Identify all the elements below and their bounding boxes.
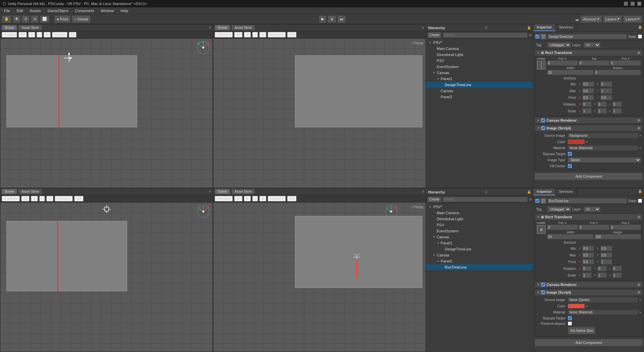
panel-close-bl[interactable]: ✕ — [209, 190, 211, 193]
menu-assets[interactable]: Assets — [27, 8, 44, 13]
top-image-header[interactable]: Image (Script) ⚙ — [535, 125, 642, 131]
bottom-rt-rot-z-input[interactable] — [612, 266, 622, 271]
lighting-toggle-bl[interactable]: ☀ — [31, 196, 38, 201]
top-img-color-dot[interactable]: ● — [586, 140, 588, 143]
bottom-img-checkbox[interactable] — [541, 290, 545, 294]
bottom-img-material-value[interactable]: None (Material) — [568, 310, 638, 315]
bh-item-psv-root[interactable]: PSV* — [426, 204, 533, 210]
effects-toggle-tl[interactable]: ⚙ — [44, 32, 51, 38]
h-item-panel1[interactable]: Panel1 — [426, 76, 533, 82]
top-services-tab[interactable]: Services — [555, 24, 577, 31]
h-item-canvas[interactable]: Canvas — [426, 70, 533, 76]
close-button[interactable]: ✕ — [637, 2, 641, 6]
bottom-rt-height-input[interactable] — [594, 234, 641, 239]
2d-toggle-tr[interactable]: 2D — [234, 32, 243, 38]
audio-toggle-tr[interactable]: ♪ — [252, 32, 258, 38]
top-rt-min-x-input[interactable] — [582, 81, 594, 87]
maximize-button[interactable]: □ — [631, 2, 635, 6]
all-btn-bl[interactable]: ▾All — [74, 196, 84, 201]
top-img-material-value[interactable]: None (Material) — [568, 145, 638, 151]
effects-toggle-tr[interactable]: ⚙ — [259, 32, 266, 38]
top-img-settings-icon[interactable]: ⚙ — [637, 126, 640, 130]
h-item-canvas2[interactable]: Canvas — [426, 88, 533, 94]
scene-tab-tr[interactable]: Scene — [215, 25, 230, 31]
bottom-rt-scale-z-input[interactable] — [612, 273, 622, 278]
asset-store-tab-br[interactable]: Asset Store — [231, 189, 255, 194]
menu-edit[interactable]: Edit — [14, 8, 26, 13]
account-button[interactable]: Account ▾ — [581, 15, 602, 23]
h-item-eventsystem[interactable]: EventSystem — [426, 64, 533, 70]
bottom-hierarchy-lock[interactable]: 🔒 — [527, 190, 531, 194]
shading-dropdown-bl[interactable]: Shaded ▾ — [2, 196, 20, 201]
top-go-checkbox[interactable] — [535, 35, 539, 39]
top-rt-scale-x-input[interactable] — [582, 108, 592, 114]
panel-close-tl[interactable]: ✕ — [209, 26, 211, 30]
bottom-hierarchy-maximize[interactable]: ⊡ — [485, 190, 487, 194]
bottom-rt-pivot-x-input[interactable] — [582, 259, 594, 265]
2d-toggle-tl[interactable]: 2D — [18, 32, 27, 38]
top-static-checkbox[interactable] — [638, 35, 642, 39]
bottom-img-raycast-checkbox[interactable] — [568, 316, 572, 320]
bottom-anchor-visual[interactable] — [536, 225, 546, 234]
top-inspector-tab[interactable]: Inspector — [533, 24, 555, 31]
shading-dropdown-br[interactable]: Shaded ▾ — [215, 196, 233, 201]
bh-item-canvas2[interactable]: Canvas — [426, 252, 533, 258]
h-item-dir-light[interactable]: Directional Light — [426, 52, 533, 58]
bottom-static-checkbox[interactable] — [638, 199, 642, 203]
bh-item-eventsystem[interactable]: EventSystem — [426, 228, 533, 234]
global-button[interactable]: ○ Global — [72, 15, 90, 23]
bottom-img-color-swatch[interactable] — [568, 304, 585, 308]
bottom-image-header[interactable]: Image (Script) ⚙ — [535, 289, 642, 295]
top-tag-select[interactable]: Untagged — [547, 42, 571, 48]
top-img-color-swatch[interactable] — [568, 139, 585, 144]
bottom-img-color-dot[interactable]: ● — [586, 305, 588, 308]
bottom-rt-rot-y-input[interactable] — [597, 266, 607, 271]
2d-toggle-br[interactable]: 2D — [234, 196, 243, 201]
panel-close-tr[interactable]: ✕ — [422, 26, 424, 30]
top-rt-height-input[interactable] — [594, 70, 641, 75]
top-hierarchy-maximize[interactable]: ⊡ — [485, 26, 487, 30]
bottom-add-component-button[interactable]: Add Component — [535, 339, 643, 346]
all-btn-tl[interactable]: All — [69, 32, 76, 38]
bh-item-runtimeline[interactable]: RunTimeLine — [426, 264, 533, 270]
bh-item-dir-light[interactable]: Directional Light — [426, 216, 533, 222]
bottom-inspector-tab[interactable]: Inspector — [533, 188, 555, 195]
bottom-hierarchy-create-btn[interactable]: Create — [427, 196, 441, 202]
h-item-main-camera[interactable]: Main Camera — [426, 46, 533, 52]
top-rt-rot-z-input[interactable] — [612, 102, 622, 107]
lighting-toggle-tl[interactable]: ☀ — [28, 32, 35, 38]
top-rt-posy-input[interactable] — [579, 60, 609, 66]
top-hierarchy-lock[interactable]: 🔒 — [527, 26, 531, 30]
top-img-type-select[interactable]: Sliced — [568, 157, 641, 163]
bottom-rt-rot-x-input[interactable] — [582, 266, 592, 271]
scene-content-br[interactable]: < Persp — [213, 202, 426, 352]
panel-close-br[interactable]: ✕ — [422, 190, 424, 193]
bottom-go-name-input[interactable] — [547, 198, 627, 203]
layout-button[interactable]: Layout ▾ — [623, 15, 642, 23]
audio-toggle-bl[interactable]: ♪ — [39, 196, 45, 201]
top-add-component-button[interactable]: Add Component — [535, 173, 643, 180]
h-item-psv[interactable]: PSV — [426, 58, 533, 64]
bottom-rt-posy-input[interactable] — [579, 225, 609, 230]
top-rt-max-x-input[interactable] — [582, 88, 594, 94]
bottom-rt-posz-input[interactable] — [610, 225, 641, 230]
layers-button[interactable]: Layers ▾ — [603, 15, 622, 23]
gizmos-btn-bl[interactable]: Gizmos ▾ — [55, 196, 73, 201]
bottom-img-preserve-checkbox[interactable] — [568, 321, 572, 326]
bottom-rt-scale-y-input[interactable] — [597, 273, 607, 278]
bottom-rt-width-input[interactable] — [547, 234, 594, 239]
scene-tab-tl[interactable]: Scene — [2, 25, 17, 31]
bottom-rect-transform-header[interactable]: ⊞ Rect Transform ⚙ — [535, 214, 642, 220]
top-rt-pivot-x-input[interactable] — [582, 95, 594, 100]
hand-tool-button[interactable]: ✋ — [2, 15, 11, 23]
top-rt-posx-input[interactable] — [547, 60, 578, 66]
top-hierarchy-create-btn[interactable]: Create — [427, 32, 441, 38]
bh-item-main-camera[interactable]: Main Camera — [426, 210, 533, 216]
menu-gameobject[interactable]: GameObject — [45, 8, 71, 13]
bottom-hierarchy-search[interactable] — [443, 197, 528, 202]
bh-item-panel2[interactable]: Panel2 — [426, 258, 533, 264]
top-img-source-dot[interactable]: ● — [639, 134, 641, 137]
top-layer-select[interactable]: UI — [584, 42, 600, 48]
scene-content-tl[interactable] — [0, 39, 213, 188]
h-item-psv-root[interactable]: PSV* — [426, 40, 533, 46]
